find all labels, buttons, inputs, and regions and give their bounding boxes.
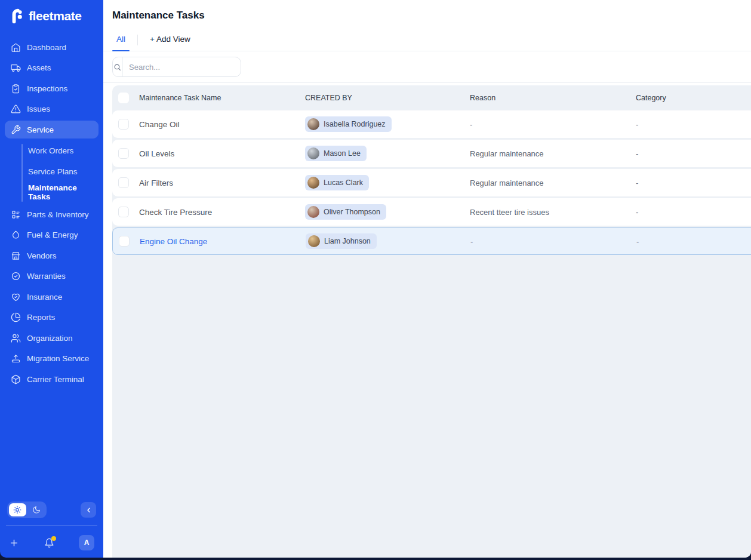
sidebar-item-fuel-energy[interactable]: Fuel & Energy <box>5 226 99 244</box>
created-by-chip: Liam Johnson <box>306 233 377 249</box>
wrench-icon <box>11 125 21 135</box>
created-by-chip: Oliver Thompson <box>305 204 386 220</box>
reason-value: - <box>470 237 636 246</box>
row-checkbox[interactable] <box>119 236 130 247</box>
user-photo-avatar <box>307 147 319 159</box>
table-row-oil-levels[interactable]: Oil LevelsMason LeeRegular maintenance- <box>112 140 751 167</box>
sidebar-item-assets[interactable]: Assets <box>5 59 99 77</box>
brand-logo[interactable]: fleetmate <box>0 0 103 30</box>
category-value: - <box>636 120 751 129</box>
sidebar-item-reports[interactable]: Reports <box>5 309 99 327</box>
row-checkbox[interactable] <box>118 119 129 130</box>
home-icon <box>11 42 21 53</box>
sun-icon <box>13 506 21 514</box>
sidebar-item-service[interactable]: Service <box>5 121 99 139</box>
clipboard-icon <box>11 84 21 94</box>
reason-value: Recent tteer tire issues <box>470 208 636 217</box>
theme-toggle <box>7 501 47 518</box>
add-view-button[interactable]: + Add View <box>146 35 195 51</box>
task-name: Check Tire Pressure <box>139 208 305 217</box>
search-icon <box>113 57 122 76</box>
sidebar-item-label: Parts & Inventory <box>27 210 89 219</box>
sidebar-item-label: Organization <box>27 334 73 343</box>
category-value: - <box>636 179 751 187</box>
notifications-button[interactable] <box>44 538 54 548</box>
page-title: Maintenance Tasks <box>112 10 751 21</box>
sidebar-subitem-maintenance-tasks[interactable]: Maintenance Tasks <box>5 183 99 201</box>
created-by-name: Isabella Rodriguez <box>324 120 386 128</box>
droplet-icon <box>11 230 21 240</box>
task-name: Oil Levels <box>139 149 305 158</box>
window-bottom-edge <box>0 558 751 560</box>
search-input[interactable] <box>122 63 241 72</box>
sidebar-item-label: Issues <box>27 104 50 113</box>
notification-dot <box>51 536 56 541</box>
sidebar-subitem-service-plans[interactable]: Service Plans <box>5 162 99 180</box>
user-photo-avatar <box>308 235 320 247</box>
user-avatar[interactable]: A <box>79 535 94 550</box>
sidebar-item-label: Migration Service <box>27 354 89 363</box>
select-all-checkbox[interactable] <box>118 93 129 103</box>
search-box <box>112 57 241 77</box>
sidebar-item-label: Inspections <box>27 84 67 93</box>
sidebar-collapse-button[interactable] <box>81 502 96 518</box>
sidebar-item-migration-service[interactable]: Migration Service <box>5 350 99 368</box>
table-row-engine-oil-change[interactable]: Engine Oil ChangeLiam Johnson-- <box>112 227 751 255</box>
tab-all[interactable]: All <box>112 35 130 51</box>
created-by-name: Lucas Clark <box>324 179 363 187</box>
sidebar: fleetmate DashboardAssetsInspectionsIssu… <box>0 0 103 558</box>
add-button[interactable] <box>9 538 19 548</box>
sidebar-item-issues[interactable]: Issues <box>5 100 99 118</box>
theme-light-button[interactable] <box>9 503 26 516</box>
reason-value: Regular maintenance <box>470 149 636 158</box>
sidebar-item-label: Vendors <box>27 251 57 260</box>
column-header-reason: Reason <box>470 94 636 102</box>
table-row-air-filters[interactable]: Air FiltersLucas ClarkRegular maintenanc… <box>112 169 751 196</box>
warning-icon <box>11 104 21 114</box>
sidebar-item-label: Insurance <box>27 293 62 301</box>
task-name: Change Oil <box>139 120 305 129</box>
column-header-name: Maintenance Task Name <box>139 94 305 102</box>
sidebar-item-label: Reports <box>27 313 55 322</box>
search-bar <box>103 51 751 83</box>
task-name: Air Filters <box>139 179 305 187</box>
sidebar-item-parts-inventory[interactable]: Parts & Inventory <box>5 205 99 223</box>
plus-icon <box>9 538 19 548</box>
moon-icon <box>32 506 41 514</box>
created-by-chip: Lucas Clark <box>305 175 369 190</box>
brand-name: fleetmate <box>29 9 82 23</box>
created-by-name: Mason Lee <box>324 149 361 158</box>
table-header-row: Maintenance Task Name CREATED BY Reason … <box>112 85 751 110</box>
sidebar-item-label: Assets <box>27 63 51 72</box>
table-row-check-tire-pressure[interactable]: Check Tire PressureOliver ThompsonRecent… <box>112 198 751 226</box>
sidebar-item-vendors[interactable]: Vendors <box>5 247 99 264</box>
chevron-left-icon <box>85 506 93 514</box>
created-by-chip: Isabella Rodriguez <box>305 116 392 132</box>
sidebar-item-label: Fuel & Energy <box>27 230 78 239</box>
sidebar-nav: DashboardAssetsInspectionsIssuesServiceW… <box>0 30 103 501</box>
row-checkbox[interactable] <box>118 177 129 188</box>
table-row-change-oil[interactable]: Change OilIsabella Rodriguez-- <box>112 110 751 138</box>
tab-separator <box>137 35 138 45</box>
main-content: Maintenance Tasks All + Add View <box>103 0 751 558</box>
heart-icon <box>11 292 21 302</box>
column-header-created-by: CREATED BY <box>305 94 470 102</box>
package-icon <box>11 374 21 384</box>
truck-icon <box>11 63 21 73</box>
sidebar-item-dashboard[interactable]: Dashboard <box>5 38 99 56</box>
sidebar-item-carrier-terminal[interactable]: Carrier Terminal <box>5 370 99 388</box>
sidebar-item-label: Carrier Terminal <box>27 375 84 384</box>
user-photo-avatar <box>307 177 319 189</box>
row-checkbox[interactable] <box>118 148 129 159</box>
sidebar-item-label: Warranties <box>27 272 66 281</box>
row-checkbox[interactable] <box>118 207 129 217</box>
sidebar-subitem-work-orders[interactable]: Work Orders <box>5 142 99 160</box>
badge-check-icon <box>11 271 21 281</box>
sidebar-item-organization[interactable]: Organization <box>5 329 99 347</box>
category-value: - <box>636 208 751 217</box>
sidebar-item-warranties[interactable]: Warranties <box>5 267 99 285</box>
theme-dark-button[interactable] <box>28 503 45 516</box>
sidebar-item-insurance[interactable]: Insurance <box>5 288 99 306</box>
sidebar-item-inspections[interactable]: Inspections <box>5 79 99 97</box>
maintenance-tasks-table: Maintenance Task Name CREATED BY Reason … <box>112 85 751 558</box>
